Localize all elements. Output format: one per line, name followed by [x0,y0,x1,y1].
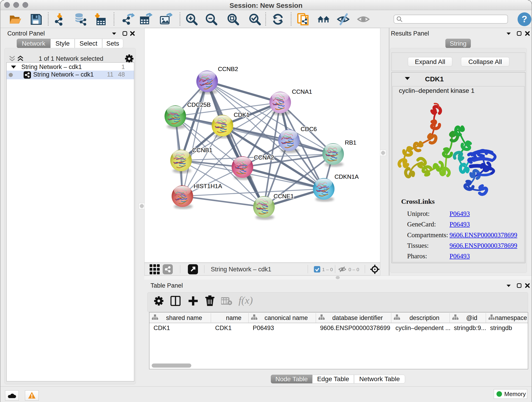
svg-text:CCNB2: CCNB2 [218,65,238,72]
svg-text:RB1: RB1 [345,139,356,146]
svg-text:CDC25B: CDC25B [187,101,211,108]
svg-text:CDK1: CDK1 [234,111,249,118]
svg-text:CCNB1: CCNB1 [192,147,212,153]
svg-text:HIST1H1A: HIST1H1A [194,183,222,190]
svg-text:CDC6: CDC6 [301,126,317,133]
svg-text:?: ? [522,14,527,24]
svg-text:CCNA1: CCNA1 [292,88,312,95]
svg-text:CCNA2: CCNA2 [254,154,274,161]
svg-text:CDKN1A: CDKN1A [335,173,359,180]
svg-text:CCNE1: CCNE1 [273,193,294,200]
